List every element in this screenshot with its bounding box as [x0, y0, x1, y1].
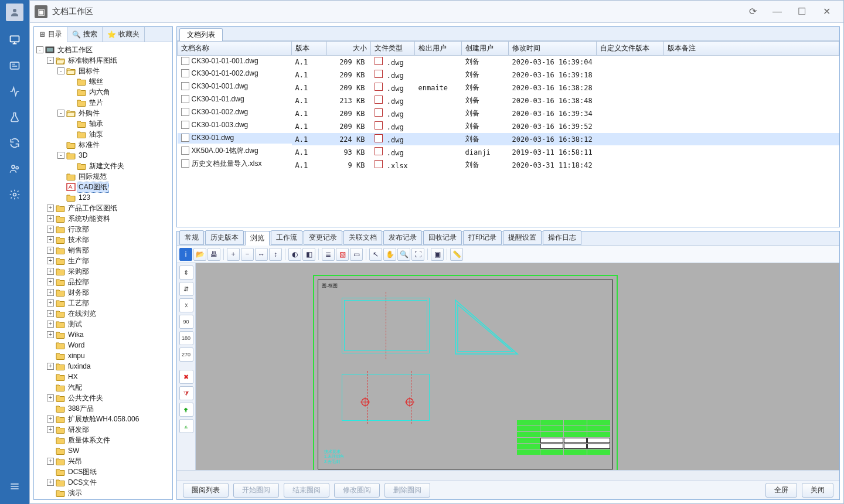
tree-toggle[interactable]: + — [47, 278, 54, 285]
tree-toggle[interactable] — [47, 384, 54, 391]
detail-tab[interactable]: 常规 — [179, 230, 204, 245]
tree-node[interactable]: 国际规范 — [34, 171, 172, 182]
table-row[interactable]: CK30-01-01.dwg A.1 213 KB .dwg 刘备 2020-0… — [178, 94, 839, 107]
tree-toggle[interactable] — [47, 447, 54, 454]
rotate-90-icon[interactable]: 90 — [179, 315, 193, 329]
tree-node[interactable]: CAD图纸 — [34, 182, 172, 192]
vtool-2[interactable]: ⇵ — [179, 282, 193, 296]
refresh-icon[interactable] — [6, 135, 23, 151]
tree-node[interactable]: 388产品 — [34, 403, 172, 414]
rotate-270-icon[interactable]: 270 — [179, 348, 193, 362]
tree-node[interactable]: DCS图纸 — [34, 466, 172, 477]
tree-toggle[interactable] — [47, 489, 54, 496]
detail-tab[interactable]: 历史版本 — [205, 230, 244, 245]
tree-toggle[interactable] — [47, 373, 54, 380]
tree-toggle[interactable] — [68, 120, 75, 127]
drawing-canvas[interactable]: 图-框图 — [196, 263, 839, 470]
invert-icon[interactable]: ◧ — [302, 248, 315, 261]
tree-toggle[interactable] — [47, 468, 54, 475]
tree-node[interactable]: 轴承 — [34, 118, 172, 129]
tree-toggle[interactable]: + — [47, 247, 54, 254]
tree-node[interactable]: -国标件 — [34, 66, 172, 76]
flip-v-icon[interactable]: ⧪ — [179, 403, 193, 417]
tree-toggle[interactable]: + — [47, 226, 54, 233]
tab-document-list[interactable]: 文档列表 — [179, 28, 223, 41]
tree-toggle[interactable] — [57, 194, 64, 201]
tree-node[interactable]: +研发部 — [34, 424, 172, 435]
tree-toggle[interactable]: - — [57, 67, 64, 74]
tree-node[interactable]: +Wika — [34, 329, 172, 340]
tree-node[interactable]: SW — [34, 445, 172, 456]
measure-icon[interactable]: 📏 — [450, 248, 463, 261]
avatar[interactable] — [6, 4, 23, 21]
table-row[interactable]: CK30-01-01-001.dwg A.1 209 KB .dwg 刘备 20… — [178, 56, 839, 69]
tree-node[interactable]: +工艺部 — [34, 298, 172, 308]
col-type[interactable]: 文件类型 — [371, 42, 415, 56]
tree-node[interactable]: -标准物料库图纸 — [34, 55, 172, 66]
col-mtime[interactable]: 修改时间 — [509, 42, 597, 56]
tree-toggle[interactable]: - — [47, 57, 54, 64]
vtool-3[interactable]: ☓ — [179, 298, 193, 312]
tree-toggle[interactable]: + — [47, 310, 54, 317]
tree-node[interactable]: xinpu — [34, 350, 172, 361]
detail-tab[interactable]: 浏览 — [245, 231, 270, 246]
tree-node[interactable]: +品控部 — [34, 277, 172, 287]
table-row[interactable]: CK30-01-001.dwg A.1 209 KB .dwg enmaite … — [178, 81, 839, 94]
col-version[interactable]: 版本 — [292, 42, 327, 56]
tree-toggle[interactable] — [47, 405, 54, 412]
table-row[interactable]: CK30-01-002.dwg A.1 209 KB .dwg 刘备 2020-… — [178, 107, 839, 120]
tree-node[interactable]: +扩展放舱WH4.058.006 — [34, 414, 172, 424]
tree-toggle[interactable]: + — [47, 289, 54, 296]
tree-node[interactable]: -3D — [34, 150, 172, 161]
detail-tab[interactable]: 打印记录 — [463, 230, 502, 245]
table-row[interactable]: CK30-01-01-002.dwg A.1 209 KB .dwg 刘备 20… — [178, 69, 839, 81]
col-checkout[interactable]: 检出用户 — [415, 42, 462, 56]
tree-node[interactable]: 123 — [34, 192, 172, 203]
table-row[interactable]: CK30-01.dwg A.1 224 KB .dwg 刘备 2020-03-1… — [178, 133, 839, 146]
tree-toggle[interactable]: + — [47, 426, 54, 433]
tree-node[interactable]: HX — [34, 372, 172, 382]
tree-node[interactable]: 内六角 — [34, 87, 172, 97]
clear-markup-icon[interactable]: ✖ — [179, 370, 193, 384]
view3d-icon[interactable]: ▣ — [431, 248, 444, 261]
extents-icon[interactable]: ⛶ — [411, 248, 424, 261]
fit-height-icon[interactable]: ↕ — [269, 248, 282, 261]
tree-node[interactable]: -外购件 — [34, 108, 172, 118]
tree-node[interactable]: +行政部 — [34, 224, 172, 234]
gear-icon[interactable] — [6, 186, 23, 203]
tree-toggle[interactable]: + — [47, 331, 54, 338]
tree-toggle[interactable]: + — [47, 299, 54, 307]
tree-toggle[interactable] — [68, 162, 75, 169]
tree-node[interactable]: +测试 — [34, 319, 172, 329]
color-icon[interactable]: ▧ — [336, 248, 349, 261]
col-size[interactable]: 大小 — [327, 42, 371, 56]
tree-node[interactable]: +DCS文件 — [34, 477, 172, 488]
tree-toggle[interactable]: + — [47, 321, 54, 328]
tree-toggle[interactable] — [68, 88, 75, 96]
tree-node[interactable]: Word — [34, 340, 172, 350]
tree-toggle[interactable] — [68, 131, 75, 138]
tree-toggle[interactable] — [57, 173, 64, 180]
modify-review-button[interactable]: 修改圈阅 — [334, 483, 380, 498]
tab-search[interactable]: 🔍搜索 — [67, 27, 103, 42]
col-name[interactable]: 文档名称 — [178, 42, 292, 56]
tree-toggle[interactable] — [68, 78, 75, 85]
contrast-icon[interactable]: ◐ — [288, 248, 301, 261]
cursor-icon[interactable]: ↖ — [369, 248, 382, 261]
tree-toggle[interactable]: + — [47, 458, 54, 465]
vtool-1[interactable]: ⇕ — [179, 265, 193, 280]
start-review-button[interactable]: 开始圈阅 — [233, 483, 279, 498]
tree-toggle[interactable]: + — [47, 268, 54, 275]
tree-toggle[interactable]: + — [47, 363, 54, 370]
close-icon[interactable]: ✕ — [814, 4, 839, 19]
tree-node[interactable]: +销售部 — [34, 245, 172, 256]
tree-toggle[interactable]: + — [47, 394, 54, 401]
end-review-button[interactable]: 结束圈阅 — [284, 483, 329, 498]
tree-toggle[interactable] — [57, 183, 64, 190]
users-icon[interactable] — [6, 161, 23, 177]
tree-node[interactable]: +采购部 — [34, 266, 172, 277]
tree-node[interactable]: 演示 — [34, 488, 172, 498]
tree-toggle[interactable]: + — [47, 416, 54, 423]
restore-down-icon[interactable]: ⟳ — [740, 4, 765, 19]
tab-directory[interactable]: 🖥目录 — [34, 27, 67, 42]
